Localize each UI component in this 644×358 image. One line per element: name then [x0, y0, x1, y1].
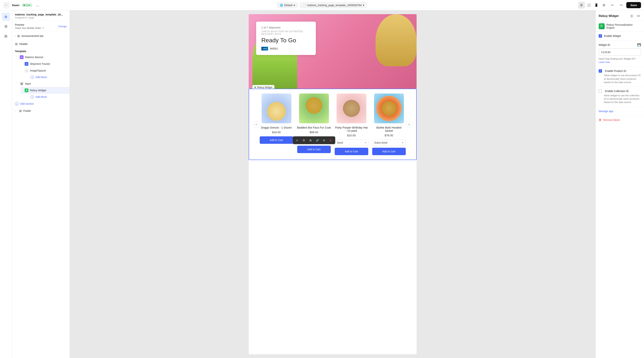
add-block-apps-icon: + [30, 95, 34, 99]
enable-product-id-section: ✓ Enable Product ID Allow widget to use … [596, 67, 644, 87]
device-icons: 🖥 ⬜ 📱 ⊞ [578, 2, 607, 8]
toolbar-link-button[interactable]: 🔗 [314, 137, 320, 143]
rebuy-widget-icon: R [25, 88, 28, 92]
product-carousel: ‹ Doggo Donuts - 1 Dozen $18.00 Add to C… [253, 94, 412, 155]
announcement-chevron-icon: › [15, 35, 16, 37]
file-button[interactable]: 📄 malomo_tracking_page_template_16939267… [300, 2, 367, 8]
tree-sub-apps: R Rebuy Widget + Add block [12, 87, 70, 100]
more-button[interactable]: ... [34, 2, 41, 8]
add-block-malomo[interactable]: + Add block [21, 74, 70, 80]
template-label: Template [12, 48, 70, 54]
announcement-bar-label: Announcement bar [22, 34, 44, 37]
product-price-4: $78.00 [385, 134, 393, 137]
tracking-number: M0001 [270, 47, 278, 50]
rebuy-engine-row: R Rebuy Personalization Engine [596, 21, 644, 32]
malomo-banner-item[interactable]: ˅ M Malomo Banner [12, 54, 70, 60]
image-spacer-icon: ⊡ [25, 69, 28, 72]
add-to-cart-button-3[interactable]: Add to Cart [335, 148, 368, 155]
tablet-button[interactable]: ⬜ [586, 2, 592, 8]
undo-button[interactable]: ↩ [609, 2, 616, 8]
sidebar-preview-content: Preview Track Your Mobile Order ↗ [15, 23, 44, 29]
rebuy-widget-label: Rebuy Widget [30, 89, 46, 92]
shipment-tracker-item[interactable]: S Shipment Tracker [21, 60, 70, 67]
right-header-icons: ☰ ••• [629, 13, 641, 19]
canvas-frame: 1 of 7 shipments CHECK BACK FOR AN ESTIM… [249, 14, 416, 354]
globe-button[interactable]: 🌐 Default ▾ [277, 2, 298, 8]
globe-icon: 🌐 [280, 4, 283, 7]
redo-button[interactable]: ↪ [618, 2, 624, 8]
enable-collection-id-desc: Allow widget to use the collection ID to… [604, 94, 641, 104]
add-to-cart-button-1[interactable]: Add to Cart [260, 136, 293, 144]
sidebar-panel: malomo_tracking_page_template_16... Assi… [12, 10, 70, 358]
add-block-apps[interactable]: + Add block [21, 94, 70, 100]
carousel-items: Doggo Donuts - 1 Dozen $18.00 Add to Car… [260, 94, 406, 155]
add-to-cart-button-2[interactable]: Add to Cart [297, 146, 331, 153]
widget-id-save-icon[interactable]: 💾 [637, 43, 641, 47]
settings-icon-button[interactable]: ⚙ [2, 22, 10, 30]
add-block-malomo-icon: + [30, 75, 34, 79]
malomo-banner-label: Malomo Banner [25, 56, 44, 59]
rebuy-widget-section: ‹ Doggo Donuts - 1 Dozen $18.00 Add to C… [249, 89, 416, 160]
enable-product-id-checkbox[interactable]: ✓ [599, 69, 602, 73]
toolbar-delete-button[interactable]: 🗑 [328, 137, 334, 143]
product-card-4: Barkie Bark Hooded Jacket $78.00 Extra S… [372, 94, 406, 155]
apps-label: Apps [25, 82, 31, 85]
enable-widget-checkbox[interactable]: ✓ [599, 34, 602, 38]
shipment-tracking: USPS M0001 [261, 47, 310, 50]
remove-block-row[interactable]: 🗑 Remove block [596, 116, 644, 124]
topbar-right: 🖥 ⬜ 📱 ⊞ ↩ ↪ Save [578, 2, 641, 8]
manage-app-link[interactable]: Manage app [599, 110, 613, 113]
toolbar-unlink-button[interactable]: ⊘ [321, 137, 327, 143]
shipment-subtitle: CHECK BACK FOR AN ESTIMATED DELIVERY DAT… [261, 30, 310, 35]
apps-item[interactable]: ˅ ⊞ Apps [12, 80, 70, 87]
desktop-button[interactable]: 🖥 [578, 2, 585, 8]
toolbar-align-button[interactable]: ≡ [294, 137, 300, 143]
enable-widget-label: Enable Widget [604, 34, 621, 37]
carousel-prev-button[interactable]: ‹ [253, 121, 260, 128]
layers-icon-button[interactable]: ⊕ [2, 13, 10, 21]
rebuy-widget-item[interactable]: R Rebuy Widget [21, 87, 70, 94]
add-to-cart-button-4[interactable]: Add to Cart [372, 148, 406, 155]
image-spacer-item[interactable]: ⊡ Image/Spacer [21, 67, 70, 74]
header-section-header[interactable]: ▦ Header [12, 40, 70, 48]
footer-header[interactable]: › ▦ Footer [15, 109, 66, 113]
grid-button[interactable]: ⊞ [600, 2, 607, 8]
product-select-4[interactable]: Extra Smol ▾ [372, 140, 406, 146]
right-stack-button[interactable]: ☰ [629, 13, 634, 19]
malomo-banner-icon: M [20, 55, 24, 59]
product-name-1: Doggo Donuts - 1 Dozen [261, 126, 292, 129]
add-section-icon: + [15, 102, 19, 106]
apps-icon-button[interactable]: ⊞ [2, 32, 10, 40]
toolbar-list-button[interactable]: ☰ [301, 137, 307, 143]
toolbar-grid-button[interactable]: ⊞ [308, 137, 314, 143]
select-arrow-3: ▾ [365, 141, 366, 144]
change-link[interactable]: Change [58, 25, 66, 28]
announcement-bar-header[interactable]: › ▦ Announcement bar [12, 32, 70, 40]
banner-background: 1 of 7 shipments CHECK BACK FOR AN ESTIM… [249, 14, 416, 89]
header-icon: ▦ [15, 42, 18, 46]
product-card-1: Doggo Donuts - 1 Dozen $18.00 Add to Car… [260, 94, 293, 155]
rebuy-widget-badge[interactable]: Rebuy Widget [252, 85, 274, 89]
carousel-next-button[interactable]: › [406, 121, 412, 128]
right-more-button[interactable]: ••• [636, 13, 641, 19]
image-spacer-label: Image/Spacer [30, 69, 46, 72]
live-label: Live [26, 4, 30, 6]
enable-widget-row: ✓ Enable Widget [599, 34, 641, 38]
live-dot [24, 4, 25, 6]
product-select-3[interactable]: Smol ▾ [335, 140, 368, 146]
back-button[interactable]: ← [3, 2, 10, 8]
learn-how-link[interactable]: Learn how [599, 61, 610, 63]
product-price-2: $88.00 [310, 131, 318, 134]
enable-collection-id-checkbox[interactable] [599, 89, 602, 93]
shipment-count: 1 of 7 shipments [261, 26, 310, 29]
default-label: Default [284, 4, 292, 7]
product-price-1: $18.00 [272, 131, 281, 134]
external-link-icon[interactable]: ↗ [42, 27, 44, 29]
icon-strip: ⊕ ⚙ ⊞ [0, 10, 12, 358]
header-label: Header [19, 42, 28, 45]
save-button[interactable]: Save [626, 2, 641, 8]
add-section-row[interactable]: + Add section [12, 100, 70, 107]
mobile-button[interactable]: 📱 [593, 2, 600, 8]
widget-id-input[interactable] [599, 48, 641, 56]
sidebar-section-header: ▦ Header [12, 40, 70, 48]
